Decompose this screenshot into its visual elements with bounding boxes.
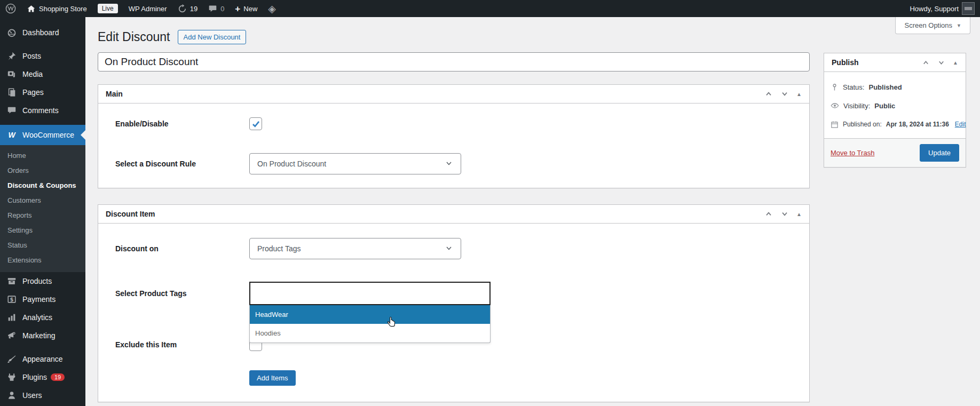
sidebar-item-media[interactable]: Media <box>0 65 85 83</box>
howdy-label: Howdy, Support <box>910 5 959 13</box>
plugins-update-badge: 19 <box>51 373 65 381</box>
site-menu[interactable]: Shopping Store <box>21 0 92 17</box>
discount-rule-label: Select a Discount Rule <box>115 160 249 168</box>
active-menu-arrow <box>81 130 85 140</box>
plus-icon: + <box>235 4 240 13</box>
sidebar-item-payments[interactable]: $ Payments <box>0 290 85 308</box>
published-value: Apr 18, 2024 at 11:36 <box>886 121 949 128</box>
comments-menu[interactable]: 0 <box>203 0 230 17</box>
wp-adminer-menu[interactable]: WP Adminer <box>123 0 172 17</box>
chevron-down-icon <box>445 244 453 254</box>
media-icon <box>6 69 17 79</box>
sidebar-item-label: Analytics <box>22 313 52 322</box>
content-area: Screen Options ▼ Edit Discount Add New D… <box>85 17 980 406</box>
admin-bar: Shopping Store Live WP Adminer 19 0 + Ne… <box>0 0 980 17</box>
users-icon <box>6 390 17 401</box>
sidebar-item-wc-orders[interactable]: Orders <box>0 163 85 178</box>
move-down-button[interactable] <box>937 59 945 67</box>
wordpress-logo-icon <box>5 3 16 14</box>
plugins-icon <box>6 372 17 383</box>
discount-title-input[interactable] <box>98 52 810 71</box>
marketing-icon <box>6 330 17 341</box>
discount-item-metabox-header: Discount Item ▲ <box>98 205 809 224</box>
sidebar-item-label: Dashboard <box>22 28 59 37</box>
sidebar-item-label: Pages <box>22 88 44 97</box>
sidebar-item-wc-discount-coupons[interactable]: Discount & Coupons <box>0 178 85 193</box>
sidebar-item-label: Marketing <box>22 331 55 340</box>
metabox-title: Discount Item <box>106 210 155 218</box>
payments-icon: $ <box>6 294 17 305</box>
collapse-toggle-button[interactable]: ▲ <box>796 91 802 97</box>
sidebar-item-woocommerce[interactable]: W WooCommerce <box>0 125 85 145</box>
sidebar-item-appearance[interactable]: Appearance <box>0 350 85 368</box>
enable-disable-checkbox[interactable] <box>249 117 262 130</box>
discount-on-value: Product Tags <box>257 244 301 253</box>
sidebar-item-label: Plugins <box>22 373 47 381</box>
calendar-icon <box>831 121 839 129</box>
sidebar-item-products[interactable]: Products <box>0 272 85 290</box>
collapse-toggle-button[interactable]: ▲ <box>953 60 958 66</box>
discount-rule-select[interactable]: On Product Discount <box>249 153 461 174</box>
live-status[interactable]: Live <box>92 0 123 17</box>
sidebar-item-wc-settings[interactable]: Settings <box>0 223 85 238</box>
visibility-label: Visibility: <box>843 102 870 110</box>
sidebar-item-wc-customers[interactable]: Customers <box>0 193 85 208</box>
status-value: Published <box>868 83 902 91</box>
discount-on-select[interactable]: Product Tags <box>249 238 461 259</box>
main-metabox-header: Main ▲ <box>98 85 809 104</box>
move-down-button[interactable] <box>780 90 789 98</box>
woocommerce-submenu: Home Orders Discount & Coupons Customers… <box>0 145 85 272</box>
wp-adminer-label: WP Adminer <box>129 5 167 13</box>
woocommerce-icon: W <box>6 130 17 140</box>
status-row: Status: Published <box>831 82 959 92</box>
dashboard-icon <box>6 27 17 38</box>
sidebar-item-wc-extensions[interactable]: Extensions <box>0 253 85 268</box>
diamond-icon: ◈ <box>268 4 276 14</box>
my-account-menu[interactable]: Howdy, Support <box>904 0 980 17</box>
select-product-tags-label: Select Product Tags <box>115 289 249 298</box>
move-up-button[interactable] <box>922 59 930 67</box>
sidebar-item-pages[interactable]: Pages <box>0 83 85 101</box>
sidebar-item-wc-reports[interactable]: Reports <box>0 208 85 223</box>
pages-icon <box>6 87 17 98</box>
update-button[interactable]: Update <box>920 144 959 162</box>
sidebar-item-users[interactable]: Users <box>0 386 85 404</box>
sidebar-item-label: Payments <box>22 295 56 304</box>
discount-rule-value: On Product Discount <box>257 160 326 168</box>
sidebar-item-dashboard[interactable]: Dashboard <box>0 23 85 42</box>
add-items-button[interactable]: Add Items <box>249 370 296 386</box>
sidebar-item-comments[interactable]: Comments <box>0 101 85 120</box>
dropdown-option-headwear[interactable]: HeadWear <box>250 305 490 324</box>
comment-icon <box>6 105 17 116</box>
sidebar-item-label: Users <box>22 391 42 400</box>
sidebar-item-label: Posts <box>22 52 41 60</box>
move-up-button[interactable] <box>764 90 773 98</box>
move-up-button[interactable] <box>764 210 773 218</box>
sidebar-item-marketing[interactable]: Marketing <box>0 327 85 345</box>
sidebar-item-posts[interactable]: Posts <box>0 47 85 65</box>
published-row: Published on: Apr 18, 2024 at 11:36 Edit <box>831 119 959 130</box>
move-to-trash-link[interactable]: Move to Trash <box>831 149 874 157</box>
collapse-toggle-button[interactable]: ▲ <box>796 211 802 217</box>
discount-item-metabox: Discount Item ▲ Discount on Product Tags <box>98 204 810 402</box>
sidebar-item-wc-home[interactable]: Home <box>0 148 85 163</box>
admin-sidebar: Dashboard Posts Media Pages Comments W W… <box>0 17 85 406</box>
sidebar-item-plugins[interactable]: Plugins 19 <box>0 368 85 386</box>
wordpress-logo-menu[interactable] <box>0 0 21 17</box>
add-new-discount-button[interactable]: Add New Discount <box>178 30 247 44</box>
edit-published-link[interactable]: Edit <box>955 121 966 128</box>
product-tags-search-input[interactable] <box>249 282 491 305</box>
plugin-diamond-menu[interactable]: ◈ <box>263 0 281 17</box>
hand-cursor-icon <box>386 316 397 336</box>
new-label: New <box>243 5 257 13</box>
move-down-button[interactable] <box>780 210 789 218</box>
sidebar-item-wc-status[interactable]: Status <box>0 238 85 253</box>
sidebar-item-analytics[interactable]: Analytics <box>0 308 85 327</box>
updates-menu[interactable]: 19 <box>172 0 203 17</box>
new-content-menu[interactable]: + New <box>230 0 263 17</box>
exclude-item-label: Exclude this Item <box>115 340 249 349</box>
enable-disable-label: Enable/Disable <box>115 120 249 128</box>
appearance-icon <box>6 354 17 364</box>
dropdown-option-hoodies[interactable]: Hoodies <box>250 324 490 343</box>
comments-bubble-icon <box>208 4 217 13</box>
